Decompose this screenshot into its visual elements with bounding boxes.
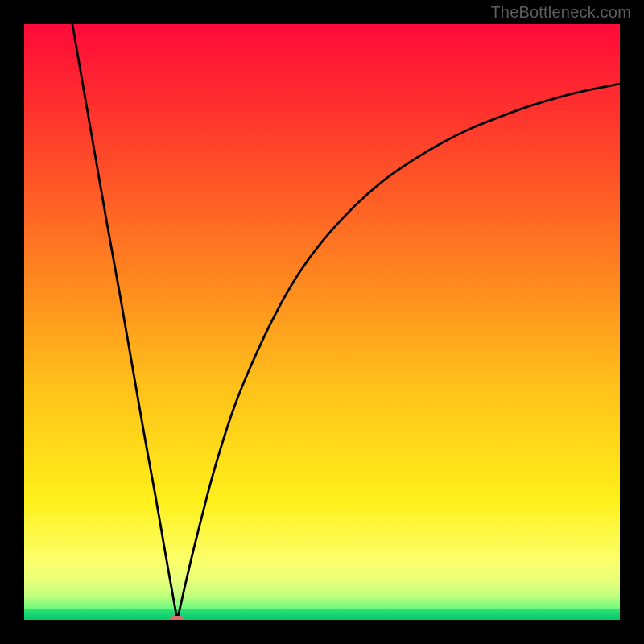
chart-frame: TheBottleneck.com bbox=[0, 0, 644, 644]
watermark-text: TheBottleneck.com bbox=[490, 3, 631, 22]
min-marker bbox=[170, 616, 184, 620]
bottleneck-curve bbox=[24, 24, 620, 620]
plot-area bbox=[24, 24, 620, 620]
